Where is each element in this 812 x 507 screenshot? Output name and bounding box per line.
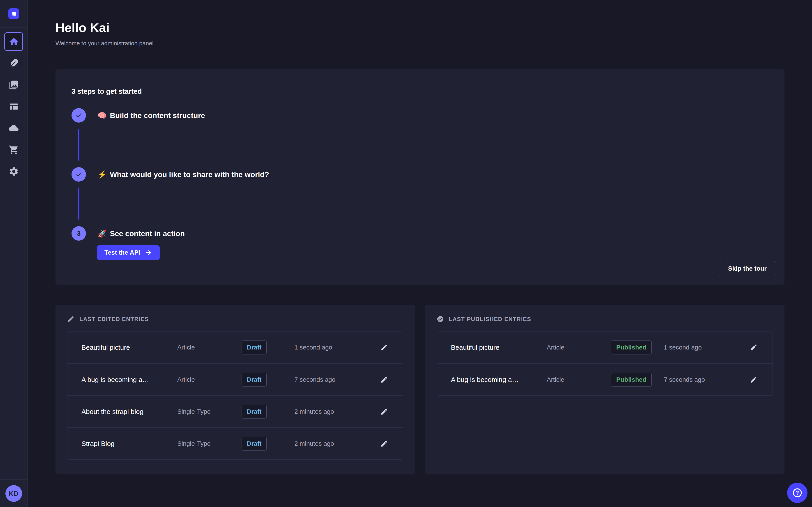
edit-entry-button[interactable] bbox=[379, 407, 389, 417]
edit-entry-button[interactable] bbox=[379, 439, 389, 449]
step-connector bbox=[78, 129, 80, 161]
last-published-panel: LAST PUBLISHED ENTRIES Beautiful picture… bbox=[425, 305, 784, 474]
sidebar-item-content-manager[interactable] bbox=[4, 54, 23, 72]
edit-entry-button[interactable] bbox=[379, 342, 389, 352]
strapi-logo[interactable] bbox=[8, 8, 19, 19]
edit-entry-button[interactable] bbox=[749, 375, 759, 385]
last-published-title: LAST PUBLISHED ENTRIES bbox=[449, 316, 531, 323]
check-icon bbox=[75, 112, 83, 119]
edit-entry-button[interactable] bbox=[749, 342, 759, 352]
entry-title: A bug is becoming a… bbox=[451, 376, 547, 384]
question-glyph: ? bbox=[796, 490, 799, 496]
check-icon bbox=[75, 171, 83, 178]
step-1-circle bbox=[71, 108, 86, 123]
entry-type: Article bbox=[177, 344, 242, 351]
onboarding-title: 3 steps to get started bbox=[71, 88, 769, 96]
edit-entry-button[interactable] bbox=[379, 375, 389, 385]
page-subtitle: Welcome to your administration panel bbox=[55, 40, 784, 47]
home-icon bbox=[9, 37, 19, 47]
arrow-right-icon bbox=[145, 249, 152, 256]
brain-emoji: 🧠 bbox=[97, 111, 107, 120]
help-button[interactable]: ? bbox=[787, 483, 808, 503]
entry-time: 7 seconds ago bbox=[663, 376, 749, 383]
pencil-icon bbox=[750, 376, 757, 384]
entry-type: Single-Type bbox=[177, 408, 242, 415]
strapi-admin-app: KD Hello Kai Welcome to your administrat… bbox=[0, 0, 812, 507]
sidebar-nav bbox=[4, 32, 23, 181]
pencil-icon bbox=[380, 440, 388, 448]
sidebar-item-content-type-builder[interactable] bbox=[4, 97, 23, 116]
steps-list: 🧠Build the content structure ⚡What would… bbox=[71, 108, 769, 260]
sidebar-item-settings[interactable] bbox=[4, 162, 23, 181]
pencil-icon bbox=[380, 344, 388, 351]
step-connector bbox=[78, 188, 80, 220]
entry-title: Strapi Blog bbox=[82, 440, 177, 448]
user-zone: KD bbox=[0, 480, 27, 507]
table-row[interactable]: A bug is becoming a… Article Draft 7 sec… bbox=[67, 363, 403, 395]
gear-icon bbox=[9, 166, 19, 177]
last-edited-panel: LAST EDITED ENTRIES Beautiful picture Ar… bbox=[55, 305, 415, 474]
last-edited-table: Beautiful picture Article Draft 1 second… bbox=[67, 331, 403, 460]
entry-type: Article bbox=[547, 344, 611, 351]
onboarding-card: 3 steps to get started 🧠Build the conten… bbox=[55, 69, 784, 285]
entry-type: Article bbox=[547, 376, 611, 383]
pictures-icon bbox=[9, 80, 19, 90]
last-published-table: Beautiful picture Article Published 1 se… bbox=[437, 331, 773, 396]
step-2-label: ⚡What would you like to share with the w… bbox=[97, 170, 269, 179]
step-1-label: 🧠Build the content structure bbox=[97, 111, 205, 120]
table-row[interactable]: A bug is becoming a… Article Published 7… bbox=[437, 363, 772, 395]
entry-type: Article bbox=[177, 376, 242, 383]
entry-time: 7 seconds ago bbox=[294, 376, 379, 383]
skip-tour-button[interactable]: Skip the tour bbox=[719, 261, 776, 276]
entry-time: 1 second ago bbox=[663, 344, 749, 351]
sidebar-item-cloud[interactable] bbox=[4, 119, 23, 137]
entry-title: Beautiful picture bbox=[451, 344, 547, 351]
last-published-header: LAST PUBLISHED ENTRIES bbox=[437, 316, 773, 323]
pencil-icon bbox=[380, 408, 388, 415]
status-badge: Draft bbox=[242, 373, 267, 387]
cart-icon bbox=[9, 145, 19, 155]
entry-type: Single-Type bbox=[177, 440, 242, 447]
rocket-emoji: 🚀 bbox=[97, 229, 107, 238]
page-title: Hello Kai bbox=[55, 20, 784, 35]
pencil-icon bbox=[67, 316, 74, 323]
test-api-button[interactable]: Test the API bbox=[97, 245, 160, 260]
pencil-icon bbox=[380, 376, 388, 384]
pencil-icon bbox=[750, 344, 757, 351]
step-row-1: 🧠Build the content structure bbox=[71, 108, 769, 123]
connector-zone bbox=[71, 123, 86, 167]
table-row[interactable]: Beautiful picture Article Draft 1 second… bbox=[67, 332, 403, 363]
cta-row: Test the API bbox=[97, 245, 769, 260]
sidebar-item-home[interactable] bbox=[4, 32, 23, 51]
step-2-circle bbox=[71, 167, 86, 182]
main-content: Hello Kai Welcome to your administration… bbox=[28, 0, 812, 507]
status-badge: Draft bbox=[242, 340, 267, 354]
feather-icon bbox=[9, 58, 19, 68]
layout-icon bbox=[9, 101, 19, 112]
step-3-text: See content in action bbox=[110, 229, 185, 238]
question-circle-icon: ? bbox=[792, 488, 803, 498]
strapi-logo-icon bbox=[8, 8, 19, 19]
step-row-3: 3 🚀See content in action bbox=[71, 226, 769, 241]
step-2-text: What would you like to share with the wo… bbox=[110, 170, 269, 179]
avatar[interactable]: KD bbox=[5, 485, 22, 502]
step-1-text: Build the content structure bbox=[110, 111, 205, 120]
lightning-emoji: ⚡ bbox=[97, 170, 107, 179]
sidebar-item-media-library[interactable] bbox=[4, 75, 23, 94]
test-api-label: Test the API bbox=[104, 249, 140, 256]
table-row[interactable]: Beautiful picture Article Published 1 se… bbox=[437, 332, 772, 363]
status-badge: Published bbox=[611, 340, 652, 354]
entry-title: A bug is becoming a… bbox=[82, 376, 177, 384]
sidebar: KD bbox=[0, 0, 28, 507]
status-badge: Draft bbox=[242, 405, 267, 419]
entry-title: Beautiful picture bbox=[82, 344, 177, 351]
last-edited-header: LAST EDITED ENTRIES bbox=[67, 316, 403, 323]
table-row[interactable]: About the strapi blog Single-Type Draft … bbox=[67, 395, 403, 428]
status-badge: Draft bbox=[242, 437, 267, 451]
entry-title: About the strapi blog bbox=[82, 408, 177, 415]
step-3-label: 🚀See content in action bbox=[97, 229, 185, 238]
table-row[interactable]: Strapi Blog Single-Type Draft 2 minutes … bbox=[67, 428, 403, 459]
step-3-circle: 3 bbox=[71, 226, 86, 241]
connector-zone bbox=[71, 182, 86, 226]
sidebar-item-marketplace[interactable] bbox=[4, 140, 23, 159]
